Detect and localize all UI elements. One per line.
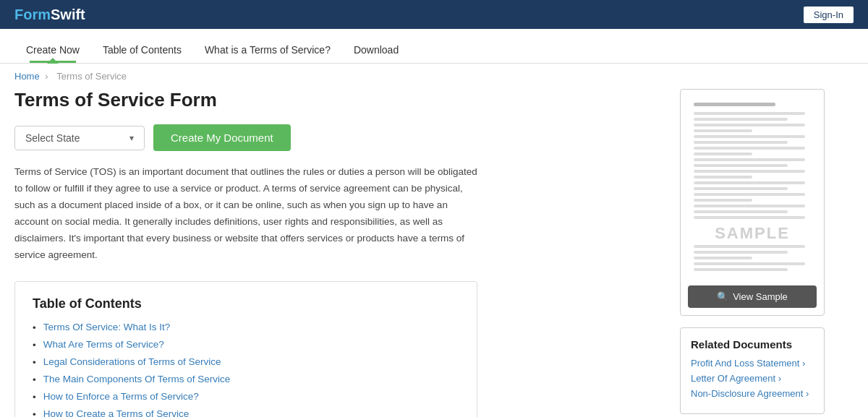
doc-line	[694, 268, 788, 271]
related-link-1[interactable]: Letter Of Agreement ›	[691, 373, 814, 384]
breadcrumb-current: Terms of Service	[56, 71, 127, 82]
doc-line	[694, 199, 752, 202]
logo-swift: Swift	[51, 7, 85, 22]
nav: Create Now Table of Contents What is a T…	[0, 29, 868, 64]
form-row: Select State ▾ Create My Document	[14, 124, 658, 151]
right-column: SAMPLE 🔍 View Sample Related Documents P…	[680, 89, 825, 417]
related-docs: Related Documents Profit And Loss Statem…	[680, 327, 825, 414]
nav-item-what-is[interactable]: What is a Terms of Service?	[193, 34, 342, 63]
toc-link-2[interactable]: Legal Considerations of Terms of Service	[43, 356, 221, 367]
toc-link-0[interactable]: Terms Of Service: What Is It?	[43, 322, 171, 332]
toc-link-3[interactable]: The Main Components Of Terms of Service	[43, 374, 231, 384]
magnifier-icon: 🔍	[717, 291, 728, 302]
doc-line	[694, 245, 805, 248]
toc-link-4[interactable]: How to Enforce a Terms of Service?	[43, 391, 199, 402]
doc-line	[694, 187, 788, 190]
state-select[interactable]: Select State ▾	[14, 126, 145, 150]
main-content: Terms of Service Form Select State ▾ Cre…	[0, 89, 839, 417]
doc-line	[694, 210, 788, 213]
related-link-2[interactable]: Non-Disclosure Agreement ›	[691, 388, 814, 399]
doc-line	[694, 176, 752, 179]
toc-title: Table of Contents	[33, 296, 459, 311]
list-item: How to Create a Terms of Service	[33, 408, 459, 417]
logo: FormSwift	[14, 7, 85, 23]
sign-in-button[interactable]: Sign-In	[804, 7, 854, 23]
doc-line	[694, 257, 752, 259]
related-docs-title: Related Documents	[691, 338, 814, 351]
create-document-button[interactable]: Create My Document	[153, 124, 291, 151]
logo-form: Form	[14, 7, 51, 22]
breadcrumb-separator: ›	[45, 71, 51, 82]
state-select-label: Select State	[25, 132, 80, 144]
toc-link-1[interactable]: What Are Terms of Service?	[43, 339, 164, 350]
description-text: Terms of Service (TOS) is an important d…	[14, 164, 477, 264]
doc-line	[694, 152, 752, 155]
sample-watermark: SAMPLE	[715, 224, 790, 243]
sample-doc-preview: SAMPLE 🔍 View Sample	[680, 89, 825, 316]
sample-doc-inner: SAMPLE	[688, 97, 817, 280]
related-link-0[interactable]: Profit And Loss Statement ›	[691, 358, 814, 369]
header: FormSwift Sign-In	[0, 0, 868, 29]
list-item: The Main Components Of Terms of Service	[33, 374, 459, 385]
doc-line	[694, 135, 805, 138]
doc-line	[694, 147, 805, 150]
nav-item-download[interactable]: Download	[342, 34, 410, 63]
nav-item-toc[interactable]: Table of Contents	[91, 34, 193, 63]
list-item: What Are Terms of Service?	[33, 339, 459, 351]
doc-line	[694, 103, 775, 106]
list-item: Terms Of Service: What Is It?	[33, 322, 459, 333]
doc-line	[694, 262, 805, 265]
view-sample-label: View Sample	[733, 291, 788, 302]
doc-line	[694, 129, 752, 132]
doc-line	[694, 170, 805, 173]
breadcrumb: Home › Terms of Service	[0, 64, 868, 89]
doc-line	[694, 124, 805, 126]
doc-line	[694, 181, 805, 184]
breadcrumb-home[interactable]: Home	[14, 71, 40, 82]
page-title: Terms of Service Form	[14, 89, 658, 111]
list-item: How to Enforce a Terms of Service?	[33, 391, 459, 403]
view-sample-button[interactable]: 🔍 View Sample	[688, 285, 817, 308]
toc-list: Terms Of Service: What Is It? What Are T…	[33, 322, 459, 417]
doc-line	[694, 251, 788, 254]
doc-line	[694, 193, 805, 196]
toc-box: Table of Contents Terms Of Service: What…	[14, 281, 477, 417]
list-item: Legal Considerations of Terms of Service	[33, 356, 459, 368]
toc-link-5[interactable]: How to Create a Terms of Service	[43, 408, 190, 417]
doc-line	[694, 205, 805, 207]
chevron-down-icon: ▾	[129, 133, 134, 143]
watermark-container: SAMPLE	[694, 222, 811, 245]
doc-line	[694, 141, 788, 144]
doc-line	[694, 118, 788, 121]
doc-line	[694, 216, 805, 219]
nav-item-create-now[interactable]: Create Now	[14, 34, 91, 63]
doc-line	[694, 164, 788, 167]
left-column: Terms of Service Form Select State ▾ Cre…	[14, 89, 658, 417]
doc-line	[694, 112, 805, 115]
doc-line	[694, 158, 805, 161]
doc-lines: SAMPLE	[688, 97, 817, 280]
